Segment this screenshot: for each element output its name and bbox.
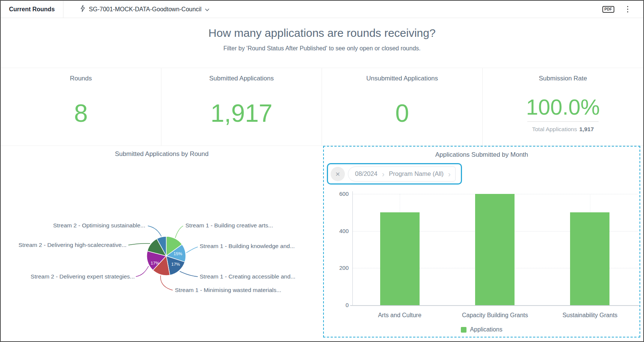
pie-slice-label: Stream 1 - Building knowledge and... <box>200 243 295 249</box>
pie-slice-label: Stream 1 - Minimising wasted materials..… <box>175 287 281 293</box>
y-tick-label: 400 <box>324 228 349 234</box>
dataset-name: SG-7001-MOCK-DATA-Goodtown-Council <box>89 6 202 13</box>
legend-swatch <box>461 327 466 333</box>
x-category-label: Capacity Building Grants <box>450 312 540 319</box>
bar-panel-title: Applications Submitted by Month <box>324 151 639 159</box>
chevron-right-icon: › <box>448 170 451 178</box>
bar-arts-and-culture[interactable] <box>380 212 420 305</box>
y-axis-line <box>352 191 353 305</box>
pie-percent-label: 15% <box>173 251 182 256</box>
pie-callout-line <box>161 275 173 290</box>
pie-callout-line <box>148 226 161 236</box>
pie-callout-line <box>175 226 183 238</box>
kpi-value: 8 <box>1 101 161 126</box>
kpi-card-submitted: Submitted Applications 1,917 <box>161 68 322 145</box>
filter-chip[interactable]: × 08/2024 › Program Name (All) › <box>327 163 462 185</box>
pdf-export-button[interactable]: PDF <box>602 6 614 13</box>
legend-item-applications[interactable]: Applications <box>324 326 639 333</box>
topbar-divider <box>63 1 63 18</box>
bar-chart-panel: Applications Submitted by Month × 08/202… <box>323 146 640 337</box>
chevron-right-icon: › <box>382 170 385 178</box>
y-tick-label: 200 <box>324 265 349 271</box>
page-name: Current Rounds <box>1 6 63 13</box>
chevron-down-icon <box>205 6 209 13</box>
kpi-card-rounds: Rounds 8 <box>1 68 161 145</box>
topbar-actions: PDF <box>602 5 644 14</box>
bar-sustainability-grants[interactable] <box>570 212 609 305</box>
kpi-card-submission-rate: Submission Rate 100.0% Total Application… <box>483 68 643 145</box>
top-bar: Current Rounds SG-7001-MOCK-DATA-Goodtow… <box>1 1 643 18</box>
pie-slice-label: Stream 2 - Delivering high-scalecreative… <box>18 242 126 248</box>
kebab-menu-icon[interactable] <box>626 5 630 14</box>
pie-callout-line <box>186 247 198 253</box>
bar-capacity-building-grants[interactable] <box>475 194 515 305</box>
pie-callout-line <box>128 244 150 245</box>
filter-segment-month[interactable]: 08/2024 <box>355 170 378 177</box>
pie-chart: 15% 17% 17% Stream 1 - Building creative… <box>1 145 323 341</box>
y-tick-label: 600 <box>324 191 349 197</box>
filter-segment-program[interactable]: Program Name (All) <box>389 170 444 177</box>
pie-slice-label: Stream 2 - Delivering expert strategies.… <box>31 273 135 280</box>
x-category-label: Sustainability Grants <box>545 312 635 319</box>
pie-slice-label: Stream 2 - Optimising sustainable... <box>53 222 145 229</box>
kpi-subtotal-label: Total Applications <box>532 126 577 132</box>
pie-percent-label: 17% <box>171 262 180 266</box>
kpi-row: Rounds 8 Submitted Applications 1,917 Un… <box>1 68 643 145</box>
kpi-value: 100.0% <box>483 96 643 118</box>
pie-callout-line <box>136 266 149 277</box>
close-icon[interactable]: × <box>331 167 345 181</box>
kpi-value: 1,917 <box>161 101 322 126</box>
kpi-label: Unsubmitted Applications <box>322 75 482 82</box>
x-category-label: Arts and Culture <box>355 312 445 319</box>
x-axis-line <box>350 305 639 306</box>
pie-callout-line <box>180 271 198 277</box>
kpi-subtotal-value: 1,917 <box>579 126 594 132</box>
kpi-value: 0 <box>322 101 482 126</box>
kpi-card-unsubmitted: Unsubmitted Applications 0 <box>322 68 483 145</box>
pie-slice-label: Stream 1 - Building creative arts... <box>185 222 273 229</box>
lightning-bolt-icon <box>79 5 86 14</box>
filter-breadcrumb: 08/2024 › Program Name (All) › <box>348 166 456 182</box>
dashboard-header: How many applications are rounds receivi… <box>1 18 643 68</box>
kpi-label: Rounds <box>1 75 161 82</box>
dashboard-screen: Current Rounds SG-7001-MOCK-DATA-Goodtow… <box>0 0 644 342</box>
page-title: How many applications are rounds receivi… <box>1 27 643 39</box>
page-subtitle: Filter by 'Round Status After Published'… <box>1 45 643 52</box>
rate-divider <box>527 121 599 122</box>
pie-percent-label: 17% <box>150 261 159 265</box>
kpi-subtotal: Total Applications1,917 <box>483 126 643 133</box>
legend-label: Applications <box>470 326 502 333</box>
kpi-label: Submitted Applications <box>161 75 322 82</box>
dataset-selector[interactable]: SG-7001-MOCK-DATA-Goodtown-Council <box>79 5 209 14</box>
pie-slice-label: Stream 1 - Creating accessible and... <box>200 273 295 280</box>
kpi-label: Submission Rate <box>483 75 643 82</box>
y-tick-label: 0 <box>324 302 349 308</box>
